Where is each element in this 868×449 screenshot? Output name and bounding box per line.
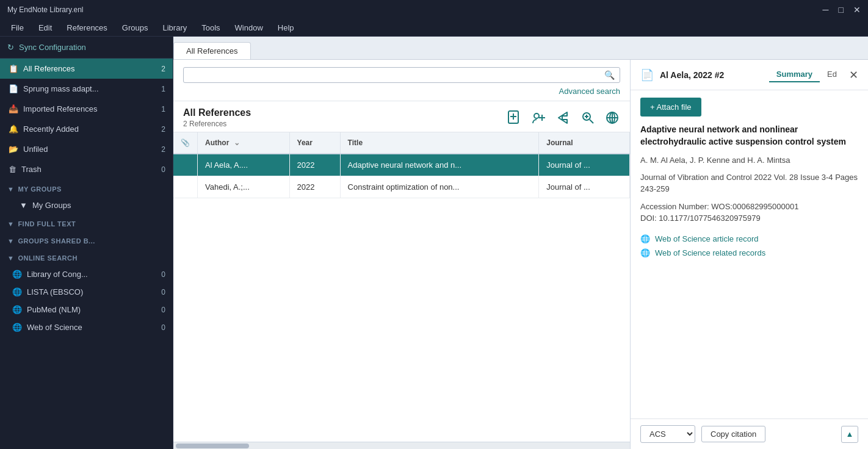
menu-window[interactable]: Window: [229, 22, 269, 34]
menu-library[interactable]: Library: [156, 22, 193, 34]
references-header: All References 2 References: [173, 101, 630, 132]
menu-edit[interactable]: Edit: [32, 22, 58, 34]
sidebar-item-unfiled[interactable]: 📂 Unfiled 2: [0, 139, 173, 159]
sidebar-online-item-library-of-congress[interactable]: 🌐 Library of Cong... 0: [0, 265, 173, 283]
cell-journal: Journal of ...: [539, 154, 630, 176]
cell-journal: Journal of ...: [539, 176, 630, 198]
menu-tools[interactable]: Tools: [195, 22, 226, 34]
find-full-text-icon[interactable]: [580, 110, 596, 126]
online-search-section-header[interactable]: ▼ ONLINE SEARCH: [0, 248, 173, 265]
copy-citation-button[interactable]: Copy citation: [701, 426, 765, 442]
cell-title: Adaptive neural network and n...: [340, 154, 539, 176]
col-year[interactable]: Year: [289, 132, 340, 154]
menu-bar: File Edit References Groups Library Tool…: [0, 20, 868, 37]
sidebar-online-item-pubmed[interactable]: 🌐 PubMed (NLM) 0: [0, 301, 173, 318]
citation-style-select[interactable]: ACS: [640, 425, 695, 443]
cell-year: 2022: [289, 176, 340, 198]
unfiled-icon: 📂: [9, 145, 18, 154]
menu-references[interactable]: References: [60, 22, 113, 34]
title-bar: My EndNote Library.enl ─ □ ✕: [0, 0, 868, 20]
sidebar-item-imported-references[interactable]: 📥 Imported References 1: [0, 99, 173, 119]
web-of-science-related-link[interactable]: 🌐 Web of Science related records: [640, 248, 858, 257]
lista-icon: 🌐: [12, 287, 22, 296]
sync-icon: ↻: [7, 43, 14, 52]
col-attachment[interactable]: 📎: [173, 132, 198, 154]
ref-journal-info: Journal of Vibration and Control 2022 Vo…: [640, 172, 858, 194]
references-count: 2 References: [183, 120, 251, 128]
advanced-search-link[interactable]: Advanced search: [183, 87, 620, 96]
app-title: My EndNote Library.enl: [7, 5, 84, 14]
online-search-chevron: ▼: [7, 254, 14, 262]
col-journal[interactable]: Journal: [539, 132, 630, 154]
all-refs-icon: 📋: [9, 64, 18, 73]
share-icon[interactable]: [555, 110, 571, 126]
h-scroll-thumb[interactable]: [176, 444, 249, 448]
my-groups-chevron: ▼: [7, 185, 14, 193]
ref-main-title: Adaptive neural network and nonlinear el…: [640, 124, 858, 148]
groups-shared-section-header[interactable]: ▼ GROUPS SHARED B...: [0, 231, 173, 248]
web-of-science-article-link[interactable]: 🌐 Web of Science article record: [640, 234, 858, 243]
reference-doc-icon: 📄: [640, 68, 654, 82]
menu-file[interactable]: File: [5, 22, 30, 34]
col-author[interactable]: Author ⌄: [198, 132, 290, 154]
online-search-icon[interactable]: [604, 110, 620, 126]
ref-accession-doi: Accession Number: WOS:000682995000001 DO…: [640, 201, 858, 224]
close-icon[interactable]: ✕: [849, 68, 858, 82]
attach-file-button[interactable]: + Attach file: [640, 98, 701, 117]
groups-shared-chevron: ▼: [7, 237, 14, 245]
svg-point-3: [534, 113, 539, 118]
pubmed-icon: 🌐: [12, 305, 22, 314]
menu-help[interactable]: Help: [272, 22, 300, 34]
table-row[interactable]: Al Aela, A.... 2022 Adaptive neural netw…: [173, 154, 630, 176]
col-title[interactable]: Title: [340, 132, 539, 154]
add-reference-icon[interactable]: [507, 110, 523, 126]
scroll-to-top-button[interactable]: ▲: [841, 426, 858, 443]
sidebar-online-item-web-of-science[interactable]: 🌐 Web of Science 0: [0, 318, 173, 336]
search-input[interactable]: [189, 71, 604, 80]
search-area: 🔍 Advanced search: [173, 60, 630, 101]
my-groups-section-header[interactable]: ▼ MY GROUPS: [0, 179, 173, 196]
ref-accession-number: Accession Number: WOS:000682995000001: [640, 201, 858, 213]
sidebar-item-sprung-mass[interactable]: 📄 Sprung mass adapt... 1: [0, 79, 173, 99]
reference-id: Al Aela, 2022 #2: [660, 70, 724, 80]
close-button[interactable]: ✕: [853, 5, 861, 15]
find-full-text-chevron: ▼: [7, 220, 14, 228]
ref-authors: A. M. Al Aela, J. P. Kenne and H. A. Min…: [640, 155, 858, 166]
add-group-icon[interactable]: [531, 110, 547, 126]
cell-author: Vahedi, A.;...: [198, 176, 290, 198]
ref-doi: DOI: 10.1177/1077546320975979: [640, 212, 858, 224]
sprung-mass-icon: 📄: [9, 84, 18, 93]
horizontal-scrollbar[interactable]: [173, 442, 630, 449]
sidebar-item-all-references[interactable]: 📋 All References 2: [0, 59, 173, 79]
tab-bar: All References: [173, 37, 868, 60]
cell-attachment: [173, 176, 198, 198]
maximize-button[interactable]: □: [839, 5, 844, 15]
table-row[interactable]: Vahedi, A.;... 2022 Constraint optimizat…: [173, 176, 630, 198]
find-full-text-section-header[interactable]: ▼ FIND FULL TEXT: [0, 214, 173, 231]
author-sort-icon: ⌄: [234, 138, 240, 147]
web-of-science-icon: 🌐: [12, 323, 22, 332]
sidebar-sub-my-groups[interactable]: ▼ My Groups: [0, 196, 173, 214]
cell-author: Al Aela, A....: [198, 154, 290, 176]
tab-edit[interactable]: Ed: [820, 67, 844, 82]
citation-bar: ACS Copy citation ▲: [631, 418, 868, 449]
sidebar-item-trash[interactable]: 🗑 Trash 0: [0, 159, 173, 179]
recently-added-icon: 🔔: [9, 124, 18, 134]
svg-line-7: [590, 120, 593, 123]
sidebar-nav: 📋 All References 2 📄 Sprung mass adapt..…: [0, 59, 173, 449]
main-layout: ↻ Sync Configuration 📋 All References 2 …: [0, 37, 868, 449]
search-icon[interactable]: 🔍: [604, 70, 615, 80]
references-panel: 🔍 Advanced search All References 2 Refer…: [173, 60, 630, 449]
refs-and-detail: 🔍 Advanced search All References 2 Refer…: [173, 60, 868, 449]
sidebar-online-item-lista[interactable]: 🌐 LISTA (EBSCO) 0: [0, 283, 173, 301]
window-controls: ─ □ ✕: [823, 5, 861, 15]
tab-all-references[interactable]: All References: [173, 42, 251, 59]
imported-refs-icon: 📥: [9, 104, 18, 113]
sidebar-item-recently-added[interactable]: 🔔 Recently Added 2: [0, 119, 173, 139]
minimize-button[interactable]: ─: [823, 5, 829, 15]
sync-configuration[interactable]: ↻ Sync Configuration: [0, 37, 173, 59]
my-groups-chevron-inner: ▼: [20, 201, 27, 210]
tab-summary[interactable]: Summary: [769, 67, 820, 82]
menu-groups[interactable]: Groups: [116, 22, 154, 34]
ref-external-links: 🌐 Web of Science article record 🌐 Web of…: [640, 234, 858, 267]
